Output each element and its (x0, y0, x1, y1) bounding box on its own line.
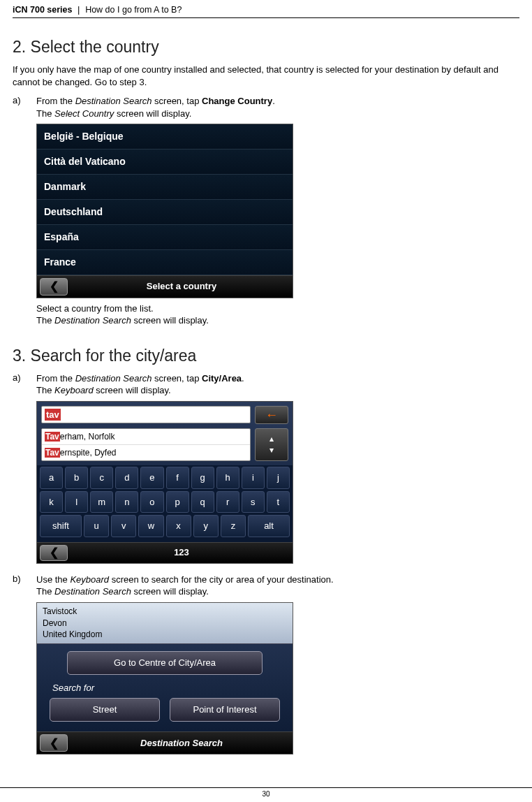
select-country-screenshot: België - Belgique Città del Vaticano Dan… (36, 124, 293, 298)
key[interactable]: f (166, 467, 189, 489)
text: Change Country (202, 96, 272, 106)
key[interactable]: v (111, 515, 136, 537)
country-item[interactable]: Deutschland (37, 200, 293, 225)
key[interactable]: m (90, 491, 113, 513)
key[interactable]: s (242, 491, 265, 513)
key[interactable]: j (267, 467, 290, 489)
chevron-down-icon: ▾ (269, 444, 274, 455)
step-letter: b) (13, 574, 36, 759)
step-letter: a) (13, 372, 36, 568)
text: Select a country from the list. (36, 303, 154, 314)
step-body: From the Destination Search screen, tap … (36, 372, 519, 568)
text: City/Area (202, 373, 242, 384)
suggestion-item[interactable]: Tavernspite, Dyfed (42, 445, 250, 460)
section-2-title: 2. Select the country (13, 38, 519, 57)
goto-centre-button[interactable]: Go to Centre of City/Area (67, 651, 263, 675)
text: screen to search for the city or area of… (109, 574, 334, 585)
scroll-button[interactable]: ▴▾ (255, 428, 288, 461)
page-footer: 30 (0, 787, 532, 798)
key[interactable]: r (216, 491, 239, 513)
header-topic: How do I go from A to B? (85, 5, 182, 15)
bottom-label: Destination Search (71, 732, 293, 754)
text: Destination Search (54, 315, 131, 326)
text: The (36, 586, 54, 597)
text: Destination Search (75, 373, 152, 384)
text: . (272, 96, 275, 106)
section-3-title: 3. Search for the city/area (13, 347, 519, 365)
key[interactable]: c (90, 467, 113, 489)
header-product: iCN 700 series (13, 5, 72, 15)
backspace-button[interactable]: ← (255, 406, 288, 424)
text: . (242, 373, 244, 384)
dest-line: Devon (43, 618, 287, 629)
key[interactable]: w (138, 515, 163, 537)
keyboard-screenshot: tav ← Taverham, Norfolk Tavernspite, Dyf… (36, 401, 293, 564)
key[interactable]: d (115, 467, 138, 489)
text: Keyboard (70, 574, 109, 585)
highlight: Tav (45, 432, 60, 442)
arrow-left-icon: ← (265, 408, 278, 422)
suggestion-list[interactable]: Taverham, Norfolk Tavernspite, Dyfed (41, 428, 251, 461)
text: The (36, 385, 54, 395)
key[interactable]: y (193, 515, 219, 537)
key[interactable]: u (84, 515, 109, 537)
text: From the (36, 96, 75, 106)
header-separator: | (75, 4, 82, 15)
page-header: iCN 700 series | How do I go from A to B… (13, 0, 519, 18)
step-body: From the Destination Search screen, tap … (36, 95, 519, 327)
text: Keyboard (54, 385, 94, 395)
suggestion-row: Taverham, Norfolk Tavernspite, Dyfed ▴▾ (37, 427, 293, 465)
text: Destination Search (54, 586, 131, 597)
key[interactable]: q (191, 491, 214, 513)
back-button[interactable]: ❮ (40, 278, 68, 296)
chevron-left-icon: ❮ (50, 279, 59, 294)
key[interactable]: o (140, 491, 163, 513)
key[interactable]: l (65, 491, 88, 513)
text: screen will display. (131, 586, 209, 597)
key[interactable]: p (166, 491, 189, 513)
key[interactable]: a (40, 467, 63, 489)
key[interactable]: e (140, 467, 163, 489)
shift-key[interactable]: shift (40, 515, 82, 537)
country-item[interactable]: België - Belgique (37, 124, 293, 150)
key[interactable]: k (40, 491, 63, 513)
country-item[interactable]: France (37, 250, 293, 275)
destination-search-screenshot: Tavistock Devon United Kingdom Go to Cen… (36, 602, 293, 754)
key[interactable]: t (267, 491, 290, 513)
back-button[interactable]: ❮ (40, 734, 68, 752)
street-button[interactable]: Street (50, 698, 160, 722)
text: screen will display. (131, 315, 209, 326)
key[interactable]: i (242, 467, 265, 489)
alt-key[interactable]: alt (248, 515, 290, 537)
key[interactable]: h (216, 467, 239, 489)
key-row: shift u v w x y z alt (40, 515, 290, 537)
key[interactable]: g (191, 467, 214, 489)
key-row: a b c d e f g h i j (40, 467, 290, 489)
key[interactable]: x (166, 515, 191, 537)
back-button[interactable]: ❮ (40, 545, 68, 561)
suggestion-item[interactable]: Taverham, Norfolk (42, 429, 250, 445)
numeric-toggle[interactable]: 123 (71, 543, 293, 563)
key[interactable]: b (65, 467, 88, 489)
text: Select Country (54, 108, 114, 119)
key[interactable]: z (221, 515, 246, 537)
section-3-step-b: b) Use the Keyboard screen to search for… (13, 574, 519, 759)
country-item[interactable]: España (37, 225, 293, 250)
step-body: Use the Keyboard screen to search for th… (36, 574, 519, 759)
section-2-step-a: a) From the Destination Search screen, t… (13, 95, 519, 327)
page-number: 30 (262, 790, 269, 798)
country-item[interactable]: Danmark (37, 175, 293, 200)
country-item[interactable]: Città del Vaticano (37, 150, 293, 175)
text: The (36, 315, 54, 326)
poi-button[interactable]: Point of Interest (170, 698, 280, 722)
dest-line: United Kingdom (43, 629, 287, 641)
dest-line: Tavistock (43, 606, 287, 618)
text: Use the (36, 574, 70, 585)
highlight: Tav (45, 448, 60, 458)
destination-top: Tavistock Devon United Kingdom (37, 603, 293, 644)
keyboard-input[interactable]: tav (41, 406, 251, 424)
bottom-bar: ❮ Destination Search (37, 731, 293, 754)
key[interactable]: n (115, 491, 138, 513)
text: The (36, 108, 54, 119)
chevron-left-icon: ❮ (50, 736, 59, 751)
